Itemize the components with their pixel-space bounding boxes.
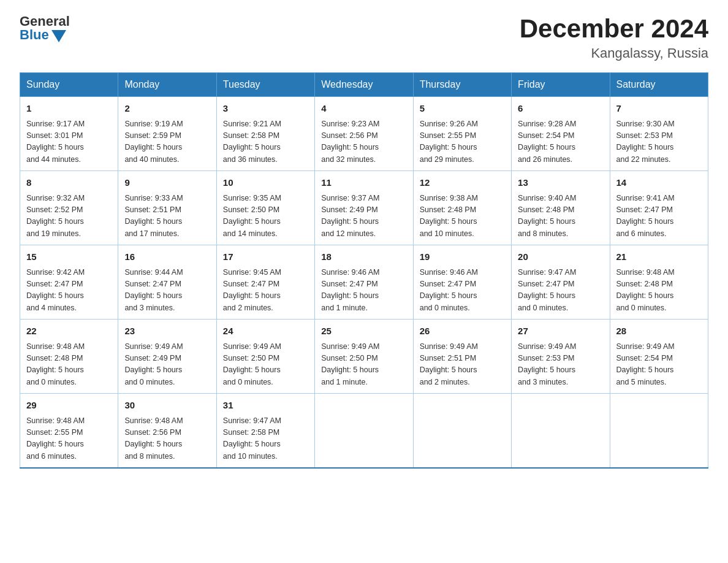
daylight-text2: and 1 minute. xyxy=(321,304,368,312)
logo-icon: General Blue xyxy=(20,15,70,42)
day-info: Sunrise: 9:33 AMSunset: 2:51 PMDaylight:… xyxy=(124,193,210,240)
daylight-text2: and 36 minutes. xyxy=(223,155,278,164)
weekday-header-row: Sunday Monday Tuesday Wednesday Thursday… xyxy=(20,73,708,97)
sunset-text: Sunset: 2:53 PM xyxy=(616,131,673,140)
daylight-text: Daylight: 5 hours xyxy=(321,217,379,226)
daylight-text2: and 0 minutes. xyxy=(518,304,568,312)
calendar-header: Sunday Monday Tuesday Wednesday Thursday… xyxy=(20,73,708,97)
sunrise-text: Sunrise: 9:23 AM xyxy=(321,120,379,128)
calendar-cell: 17Sunrise: 9:45 AMSunset: 2:47 PMDayligh… xyxy=(216,245,314,320)
sunset-text: Sunset: 2:47 PM xyxy=(223,280,279,288)
day-number: 29 xyxy=(26,399,112,413)
daylight-text: Daylight: 5 hours xyxy=(420,143,477,151)
sunset-text: Sunset: 2:47 PM xyxy=(518,280,574,288)
sunrise-text: Sunrise: 9:49 AM xyxy=(518,342,576,351)
sunrise-text: Sunrise: 9:44 AM xyxy=(124,268,183,277)
day-number: 15 xyxy=(26,250,112,264)
daylight-text: Daylight: 5 hours xyxy=(321,366,379,374)
header-thursday: Thursday xyxy=(413,73,511,97)
daylight-text2: and 29 minutes. xyxy=(420,155,474,164)
daylight-text2: and 3 minutes. xyxy=(124,304,175,312)
day-info: Sunrise: 9:49 AMSunset: 2:50 PMDaylight:… xyxy=(321,341,406,389)
day-number: 18 xyxy=(321,250,406,264)
sunset-text: Sunset: 2:50 PM xyxy=(223,354,279,362)
daylight-text: Daylight: 5 hours xyxy=(26,143,84,151)
sunset-text: Sunset: 2:58 PM xyxy=(223,428,279,437)
sunset-text: Sunset: 2:48 PM xyxy=(616,280,673,288)
header-sunday: Sunday xyxy=(20,73,118,97)
sunrise-text: Sunrise: 9:49 AM xyxy=(616,342,675,351)
sunset-text: Sunset: 2:48 PM xyxy=(518,205,574,214)
daylight-text2: and 3 minutes. xyxy=(518,378,568,386)
sunrise-text: Sunrise: 9:47 AM xyxy=(518,268,576,277)
day-info: Sunrise: 9:47 AMSunset: 2:47 PMDaylight:… xyxy=(518,267,603,315)
sunrise-text: Sunrise: 9:49 AM xyxy=(223,342,281,351)
day-info: Sunrise: 9:46 AMSunset: 2:47 PMDaylight:… xyxy=(420,267,505,315)
sunset-text: Sunset: 2:56 PM xyxy=(321,131,377,140)
sunrise-text: Sunrise: 9:41 AM xyxy=(616,194,675,202)
daylight-text: Daylight: 5 hours xyxy=(124,291,182,300)
sunset-text: Sunset: 2:50 PM xyxy=(223,205,279,214)
sunset-text: Sunset: 2:47 PM xyxy=(420,280,476,288)
sunset-text: Sunset: 3:01 PM xyxy=(26,131,83,140)
header-monday: Monday xyxy=(118,73,216,97)
day-number: 24 xyxy=(223,324,308,339)
sunset-text: Sunset: 2:52 PM xyxy=(26,205,83,214)
daylight-text2: and 5 minutes. xyxy=(616,378,667,386)
sunrise-text: Sunrise: 9:48 AM xyxy=(26,416,85,425)
calendar-cell xyxy=(315,394,413,469)
day-info: Sunrise: 9:19 AMSunset: 2:59 PMDaylight:… xyxy=(124,118,210,166)
day-number: 16 xyxy=(124,250,210,264)
sunset-text: Sunset: 2:54 PM xyxy=(616,354,673,362)
day-number: 25 xyxy=(321,324,406,339)
daylight-text: Daylight: 5 hours xyxy=(124,366,182,374)
day-number: 28 xyxy=(616,324,702,339)
sunset-text: Sunset: 2:47 PM xyxy=(26,280,83,288)
day-info: Sunrise: 9:49 AMSunset: 2:50 PMDaylight:… xyxy=(223,341,308,389)
sunset-text: Sunset: 2:48 PM xyxy=(26,354,83,362)
sunrise-text: Sunrise: 9:48 AM xyxy=(616,268,675,277)
sunrise-text: Sunrise: 9:42 AM xyxy=(26,268,85,277)
sunset-text: Sunset: 2:50 PM xyxy=(321,354,377,362)
calendar-cell: 7Sunrise: 9:30 AMSunset: 2:53 PMDaylight… xyxy=(610,97,708,171)
day-number: 14 xyxy=(616,176,702,190)
day-number: 19 xyxy=(420,250,505,264)
sunset-text: Sunset: 2:59 PM xyxy=(124,131,181,140)
day-info: Sunrise: 9:32 AMSunset: 2:52 PMDaylight:… xyxy=(26,193,112,240)
header-friday: Friday xyxy=(512,73,610,97)
daylight-text: Daylight: 5 hours xyxy=(223,366,281,374)
daylight-text: Daylight: 5 hours xyxy=(518,291,575,300)
daylight-text: Daylight: 5 hours xyxy=(321,291,379,300)
sunset-text: Sunset: 2:47 PM xyxy=(616,205,673,214)
daylight-text: Daylight: 5 hours xyxy=(26,217,84,226)
day-number: 4 xyxy=(321,102,406,116)
calendar-cell: 9Sunrise: 9:33 AMSunset: 2:51 PMDaylight… xyxy=(118,171,216,245)
daylight-text: Daylight: 5 hours xyxy=(518,366,575,374)
day-number: 2 xyxy=(124,102,210,116)
sunset-text: Sunset: 2:48 PM xyxy=(420,205,476,214)
sunrise-text: Sunrise: 9:17 AM xyxy=(26,120,85,128)
day-info: Sunrise: 9:23 AMSunset: 2:56 PMDaylight:… xyxy=(321,118,406,166)
sunrise-text: Sunrise: 9:32 AM xyxy=(26,194,85,202)
daylight-text2: and 17 minutes. xyxy=(124,229,179,238)
daylight-text: Daylight: 5 hours xyxy=(420,291,477,300)
sunset-text: Sunset: 2:58 PM xyxy=(223,131,279,140)
calendar-week-row: 15Sunrise: 9:42 AMSunset: 2:47 PMDayligh… xyxy=(20,245,708,320)
daylight-text: Daylight: 5 hours xyxy=(124,217,182,226)
calendar-cell: 29Sunrise: 9:48 AMSunset: 2:55 PMDayligh… xyxy=(20,394,118,469)
sunrise-text: Sunrise: 9:46 AM xyxy=(321,268,379,277)
daylight-text: Daylight: 5 hours xyxy=(223,217,281,226)
calendar-cell: 6Sunrise: 9:28 AMSunset: 2:54 PMDaylight… xyxy=(512,97,610,171)
calendar-cell: 11Sunrise: 9:37 AMSunset: 2:49 PMDayligh… xyxy=(315,171,413,245)
header-tuesday: Tuesday xyxy=(216,73,314,97)
sunset-text: Sunset: 2:55 PM xyxy=(26,428,83,437)
calendar-cell xyxy=(512,394,610,469)
day-number: 26 xyxy=(420,324,505,339)
calendar-cell: 21Sunrise: 9:48 AMSunset: 2:48 PMDayligh… xyxy=(610,245,708,320)
day-info: Sunrise: 9:26 AMSunset: 2:55 PMDaylight:… xyxy=(420,118,505,166)
calendar-cell xyxy=(413,394,511,469)
day-info: Sunrise: 9:21 AMSunset: 2:58 PMDaylight:… xyxy=(223,118,308,166)
day-info: Sunrise: 9:28 AMSunset: 2:54 PMDaylight:… xyxy=(518,118,603,166)
sunset-text: Sunset: 2:56 PM xyxy=(124,428,181,437)
day-number: 8 xyxy=(26,176,112,190)
